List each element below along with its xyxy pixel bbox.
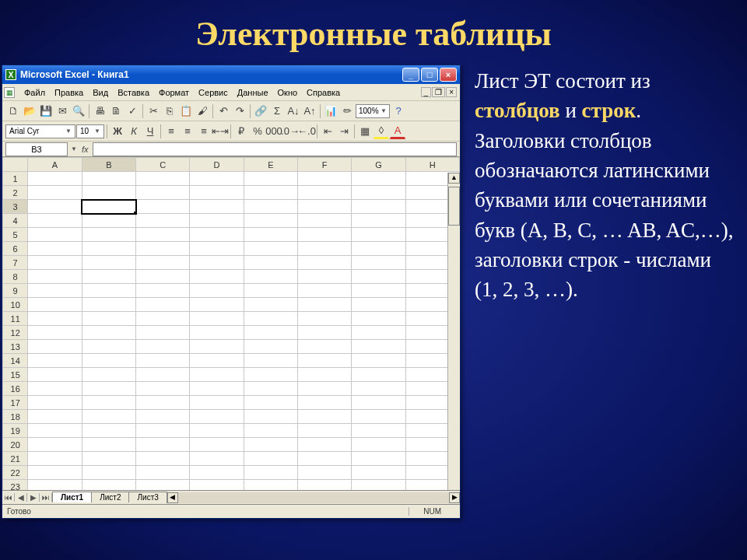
- cell[interactable]: [352, 172, 405, 186]
- cell[interactable]: [136, 256, 190, 270]
- cell[interactable]: [136, 480, 190, 491]
- cell[interactable]: [82, 200, 135, 214]
- doc-minimize-button[interactable]: _: [421, 87, 432, 97]
- cell[interactable]: [244, 424, 297, 438]
- column-header[interactable]: H: [405, 158, 459, 172]
- cell[interactable]: [244, 326, 297, 340]
- cell[interactable]: [297, 466, 351, 480]
- indent-decrease-icon[interactable]: ⇤: [320, 124, 335, 139]
- cell[interactable]: [82, 186, 135, 200]
- name-box-dd[interactable]: ▼: [71, 145, 77, 152]
- menu-edit[interactable]: Правка: [50, 86, 88, 99]
- cell[interactable]: [136, 466, 190, 480]
- cell[interactable]: [244, 368, 297, 382]
- column-header[interactable]: B: [82, 158, 135, 172]
- cell[interactable]: [297, 438, 351, 452]
- open-icon[interactable]: 📂: [22, 103, 37, 119]
- cell[interactable]: [352, 396, 405, 410]
- align-center-icon[interactable]: ≡: [180, 124, 195, 139]
- cell[interactable]: [352, 424, 405, 438]
- cell[interactable]: [82, 228, 135, 242]
- tab-nav-first[interactable]: ⏮: [2, 493, 15, 502]
- cell[interactable]: [136, 424, 190, 438]
- italic-icon[interactable]: К: [126, 124, 142, 139]
- print-icon[interactable]: 🖶: [92, 103, 107, 119]
- cell[interactable]: [244, 186, 297, 200]
- bold-icon[interactable]: Ж: [110, 124, 125, 139]
- select-all-corner[interactable]: [3, 158, 28, 172]
- cell[interactable]: [244, 172, 297, 186]
- tab-nav-prev[interactable]: ◀: [15, 493, 27, 502]
- cell[interactable]: [244, 270, 297, 284]
- cell[interactable]: [244, 312, 297, 326]
- chart-icon[interactable]: 📊: [323, 103, 338, 119]
- cell[interactable]: [190, 214, 244, 228]
- spell-icon[interactable]: ✓: [124, 103, 140, 119]
- cell[interactable]: [136, 452, 190, 466]
- hyperlink-icon[interactable]: 🔗: [253, 103, 268, 119]
- cell[interactable]: [297, 298, 351, 312]
- cell[interactable]: [190, 340, 244, 354]
- horizontal-scrollbar[interactable]: ◀ ▶: [167, 492, 460, 503]
- minimize-button[interactable]: _: [402, 68, 419, 82]
- cell[interactable]: [136, 214, 190, 228]
- indent-increase-icon[interactable]: ⇥: [336, 124, 352, 139]
- align-left-icon[interactable]: ≡: [163, 124, 179, 139]
- cell[interactable]: [82, 172, 135, 186]
- scroll-left-icon[interactable]: ◀: [167, 492, 178, 503]
- cell[interactable]: [297, 382, 351, 396]
- row-header[interactable]: 3: [3, 200, 28, 214]
- cell[interactable]: [352, 340, 405, 354]
- scroll-up-icon[interactable]: ▲: [448, 173, 460, 184]
- row-header[interactable]: 18: [3, 410, 28, 424]
- cell[interactable]: [28, 368, 82, 382]
- cell[interactable]: [28, 312, 82, 326]
- cell[interactable]: [136, 312, 190, 326]
- cell[interactable]: [244, 242, 297, 256]
- menu-tools[interactable]: Сервис: [194, 86, 233, 99]
- cell[interactable]: [82, 256, 135, 270]
- autosum-icon[interactable]: Σ: [269, 103, 285, 119]
- cell[interactable]: [28, 186, 82, 200]
- row-header[interactable]: 20: [3, 438, 28, 452]
- cell[interactable]: [190, 312, 244, 326]
- cell[interactable]: [28, 256, 82, 270]
- cell[interactable]: [190, 452, 244, 466]
- cell[interactable]: [352, 480, 405, 491]
- cell[interactable]: [244, 228, 297, 242]
- comma-icon[interactable]: 000: [266, 124, 282, 139]
- formula-bar[interactable]: [93, 142, 457, 156]
- vertical-scrollbar[interactable]: ▲: [447, 173, 460, 490]
- cell[interactable]: [244, 298, 297, 312]
- cell[interactable]: [136, 298, 190, 312]
- row-header[interactable]: 2: [3, 186, 28, 200]
- cell[interactable]: [244, 340, 297, 354]
- cell[interactable]: [190, 256, 244, 270]
- name-box[interactable]: B3: [5, 142, 68, 156]
- cell[interactable]: [297, 312, 351, 326]
- cell[interactable]: [136, 200, 190, 214]
- maximize-button[interactable]: □: [421, 68, 438, 82]
- cell[interactable]: [28, 228, 82, 242]
- column-header[interactable]: E: [244, 158, 297, 172]
- redo-icon[interactable]: ↷: [232, 103, 247, 119]
- sheet-tab[interactable]: Лист3: [128, 492, 167, 502]
- cell[interactable]: [190, 424, 244, 438]
- row-header[interactable]: 22: [3, 466, 28, 480]
- doc-restore-button[interactable]: ❐: [432, 87, 445, 97]
- fx-label[interactable]: fx: [82, 145, 89, 154]
- cell[interactable]: [297, 326, 351, 340]
- sort-asc-icon[interactable]: A↓: [286, 103, 301, 119]
- cell[interactable]: [352, 228, 405, 242]
- row-header[interactable]: 17: [3, 396, 28, 410]
- cell[interactable]: [190, 242, 244, 256]
- cell[interactable]: [190, 228, 244, 242]
- cell[interactable]: [352, 326, 405, 340]
- cell[interactable]: [190, 466, 244, 480]
- cell[interactable]: [352, 242, 405, 256]
- cell[interactable]: [297, 354, 351, 368]
- cell[interactable]: [352, 438, 405, 452]
- cell[interactable]: [28, 466, 82, 480]
- cell[interactable]: [297, 172, 351, 186]
- row-header[interactable]: 4: [3, 214, 28, 228]
